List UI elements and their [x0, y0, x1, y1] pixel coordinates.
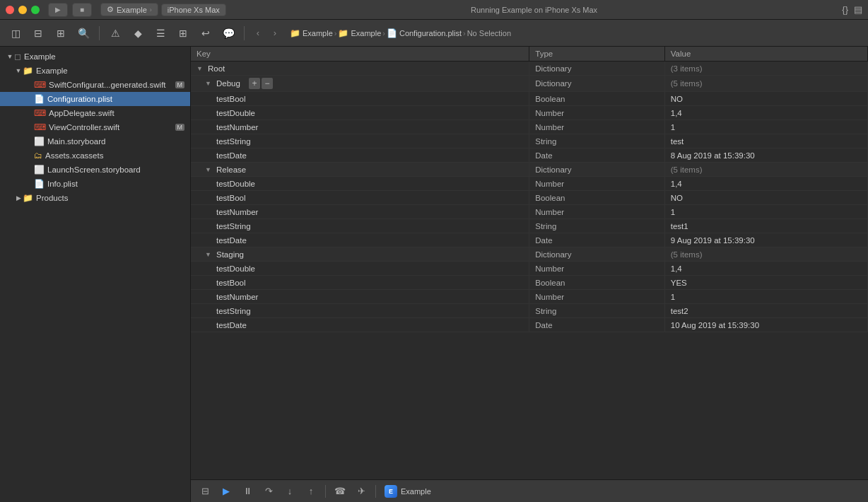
value-cell: 10 Aug 2019 at 15:39:30: [664, 318, 867, 332]
navigator-toggle-button[interactable]: ◫: [6, 24, 25, 42]
badge-m-viewcontroller: M: [175, 124, 185, 131]
type-cell: Number: [529, 177, 665, 191]
breadcrumb-label-2: Example: [351, 29, 381, 37]
simulate-button[interactable]: ☎: [332, 483, 348, 500]
key-cell-staging[interactable]: ▼ Staging: [191, 247, 529, 262]
grid-view-button[interactable]: ⊞: [173, 24, 193, 42]
table-row: testDouble Number 1,4: [191, 106, 868, 120]
step-into-button[interactable]: ↓: [281, 483, 298, 500]
no-selection-label: No Selection: [467, 29, 511, 37]
maximize-button[interactable]: [31, 6, 40, 14]
key-cell-release[interactable]: ▼ Release: [191, 163, 529, 177]
key-cell[interactable]: testDouble: [191, 177, 529, 191]
remove-debug-button[interactable]: −: [262, 78, 273, 89]
table-row: ▼ Release Dictionary (5 items): [191, 163, 868, 177]
key-cell[interactable]: testDate: [191, 233, 529, 247]
sidebar-item-launchscreen[interactable]: ⬜ LaunchScreen.storyboard: [0, 163, 190, 177]
step-out-button[interactable]: ↑: [303, 483, 319, 500]
status-bar: Running Example on iPhone Xs Max: [226, 6, 843, 14]
value-cell: test1: [664, 219, 867, 233]
sidebar-item-products[interactable]: ▶ 📁 Products: [0, 191, 190, 205]
sidebar-label-swiftconfig: SwiftConfigurat...generated.swift: [49, 81, 175, 89]
type-cell: Date: [529, 318, 665, 332]
sidebar-label-example-group: Example: [24, 52, 184, 61]
add-debug-button[interactable]: +: [249, 78, 260, 89]
sidebar-item-example-folder[interactable]: ▼ 📁 Example: [0, 64, 190, 78]
build-run-button[interactable]: ▶: [48, 3, 68, 17]
value-cell: 1: [664, 290, 867, 304]
step-over-button[interactable]: ↷: [260, 483, 277, 500]
key-cell[interactable]: testNumber: [191, 290, 529, 304]
sidebar-item-appdelegate[interactable]: ⌨ AppDelegate.swift: [0, 106, 190, 120]
plist-table[interactable]: Key Type Value ▼ Root Dic: [191, 47, 868, 479]
row-expand-root[interactable]: ▼: [197, 65, 205, 72]
breadcrumb-example2[interactable]: 📁 Example: [338, 28, 381, 38]
sidebar-item-mainstoryboard[interactable]: ⬜ Main.storyboard: [0, 134, 190, 148]
minimize-button[interactable]: [18, 6, 27, 14]
key-cell[interactable]: testBool: [191, 276, 529, 290]
table-row: testBool Boolean NO: [191, 191, 868, 205]
key-cell[interactable]: testString: [191, 134, 529, 148]
debug-view-button[interactable]: ⊟: [197, 483, 213, 500]
bottom-sep-2: [375, 485, 376, 498]
sidebar-label-launchscreen: LaunchScreen.storyboard: [47, 165, 184, 174]
sidebar-label-assets: Assets.xcassets: [45, 151, 184, 160]
expand-arrow-example-folder[interactable]: ▼: [14, 67, 23, 74]
row-expand-release[interactable]: ▼: [205, 166, 213, 173]
list-view-button[interactable]: ☰: [151, 24, 170, 42]
sidebar-item-configuration[interactable]: 📄 Configuration.plist: [0, 92, 190, 106]
sidebar-item-swiftconfig[interactable]: ⌨ SwiftConfigurat...generated.swift M: [0, 78, 190, 92]
sidebar-item-viewcontroller[interactable]: ⌨ ViewController.swift M: [0, 120, 190, 134]
pause-button[interactable]: ⏸: [239, 483, 256, 500]
titlebar: ▶ ■ ⚙ Example › iPhone Xs Max Running Ex…: [0, 0, 868, 20]
key-cell[interactable]: testNumber: [191, 205, 529, 219]
key-cell[interactable]: testDate: [191, 148, 529, 163]
key-label: testBool: [216, 95, 246, 103]
sidebar-item-infoplist[interactable]: 📄 Info.plist: [0, 177, 190, 191]
breadcrumb-forward-button[interactable]: ›: [267, 25, 283, 41]
plist-icon: 📄: [387, 28, 397, 38]
panel-toggle-icon[interactable]: ▤: [854, 4, 862, 15]
diamond-button[interactable]: ◆: [128, 24, 148, 42]
key-cell[interactable]: testNumber: [191, 120, 529, 134]
row-expand-staging[interactable]: ▼: [205, 251, 213, 258]
inspector-toggle-button[interactable]: ⊞: [51, 24, 71, 42]
share-button[interactable]: ✈: [353, 483, 370, 500]
key-cell[interactable]: testString: [191, 219, 529, 233]
row-expand-debug[interactable]: ▼: [205, 80, 213, 87]
sidebar-item-assets[interactable]: 🗂 Assets.xcassets: [0, 148, 190, 163]
key-cell[interactable]: testDouble: [191, 106, 529, 120]
debug-area-toggle-button[interactable]: ⊟: [28, 24, 48, 42]
find-button[interactable]: 🔍: [74, 24, 93, 42]
chat-button[interactable]: 💬: [218, 24, 238, 42]
back-forward-button[interactable]: ↩: [196, 24, 216, 42]
breadcrumb-back-button[interactable]: ‹: [250, 25, 266, 41]
device-label: iPhone Xs Max: [168, 6, 220, 14]
breadcrumb-example1[interactable]: 📁 Example: [290, 28, 333, 38]
toolbar: ◫ ⊟ ⊞ 🔍 ⚠ ◆ ☰ ⊞ ↩ 💬 ‹ › 📁 Example › 📁 Ex…: [0, 20, 868, 47]
warning-button[interactable]: ⚠: [105, 24, 125, 42]
plist-file-icon: 📄: [34, 94, 45, 104]
expand-arrow-example-group[interactable]: ▼: [6, 53, 14, 60]
stop-button[interactable]: ■: [72, 3, 92, 17]
key-cell[interactable]: testBool: [191, 92, 529, 106]
code-review-icon[interactable]: {}: [842, 4, 848, 15]
key-cell[interactable]: testString: [191, 304, 529, 318]
scheme-selector[interactable]: ⚙ Example ›: [100, 3, 158, 16]
device-selector[interactable]: iPhone Xs Max: [161, 4, 226, 16]
sidebar-label-appdelegate: AppDelegate.swift: [49, 109, 184, 117]
close-button[interactable]: [6, 6, 14, 14]
key-cell-root[interactable]: ▼ Root: [191, 62, 529, 76]
folder-icon-products: 📁: [23, 193, 33, 203]
breadcrumb-plist[interactable]: 📄 Configuration.plist: [387, 28, 462, 38]
breadcrumb: 📁 Example › 📁 Example › 📄 Configuration.…: [290, 28, 862, 38]
key-cell[interactable]: testDouble: [191, 262, 529, 276]
key-cell[interactable]: testBool: [191, 191, 529, 205]
key-cell-debug[interactable]: ▼ Debug + −: [191, 76, 529, 92]
sidebar-item-example-group[interactable]: ▼ ◻ Example: [0, 49, 190, 64]
continue-button[interactable]: ▶: [218, 483, 235, 500]
key-cell[interactable]: testDate: [191, 318, 529, 332]
expand-arrow-products[interactable]: ▶: [14, 194, 23, 202]
col-type-header: Type: [529, 47, 665, 62]
key-label: testDouble: [216, 109, 255, 117]
